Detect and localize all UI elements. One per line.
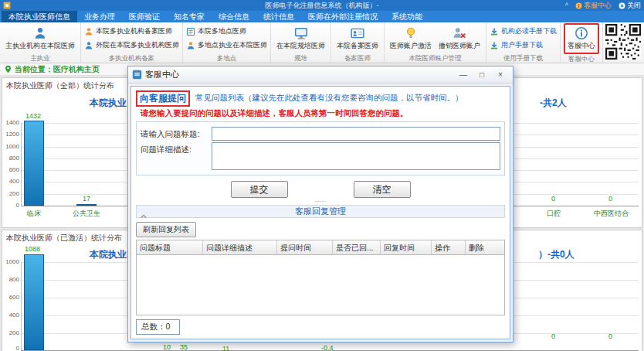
y-tick-label: 600 (2, 294, 19, 302)
tab-external-registration[interactable]: 医师在外部注册情况 (301, 11, 385, 22)
dialog-minimize-button[interactable]: — (455, 69, 472, 80)
question-title-input[interactable] (212, 127, 500, 141)
total-count: 总数：0 (136, 319, 180, 335)
current-location-text: 当前位置：医疗机构主页 (15, 64, 100, 75)
bar-clinical (24, 121, 44, 206)
qr-code (605, 24, 641, 63)
tab-business[interactable]: 业务办理 (77, 11, 122, 22)
clear-button[interactable]: 清空 (354, 181, 411, 198)
ribbon-group-multi-site: 本院多地点医师 多地点执业在本院医师 多地点 (183, 22, 271, 63)
ribbon-group-primary-practice: 主执业机构在本院医师 主执业 (0, 22, 81, 63)
partial-value-label: 10 (163, 343, 171, 351)
y-axis-line (21, 123, 22, 206)
ribbon-group-label: 主执业 (3, 53, 77, 63)
button-primary-practice-physicians[interactable]: 主执业机构在本院医师 (3, 25, 77, 53)
button-hospital-filed-physicians[interactable]: 本院备案医师 (334, 25, 381, 53)
question-desc-textarea[interactable] (212, 142, 500, 170)
y-tick-label: 1400 (2, 119, 19, 127)
ribbon-group-label: 规培 (274, 53, 327, 63)
id-card-icon (351, 26, 364, 40)
button-service-center[interactable]: 客服中心 (564, 23, 599, 54)
button-user-manual-download[interactable]: 用户手册下载 (490, 40, 557, 50)
y-tick-label: 0 (2, 202, 19, 210)
question-desc-label: 问题详细描述: (141, 142, 212, 156)
button-resident-training-physicians[interactable]: 在本院规培医师 (274, 25, 327, 53)
reply-table-body (137, 255, 504, 315)
app-window: 医师电子化注册信息系统（机构版）- ^ 客服中心 关闭 本院执业医师信息 业务办… (0, 0, 644, 351)
titlebar-service-center-button[interactable]: 客服中心 (575, 1, 612, 11)
y-tick-label: 800 (2, 276, 19, 284)
ribbon-group-label: 备案医师 (334, 53, 381, 63)
bar-value-label: 17 (83, 195, 90, 203)
tab-hospital-physician-info[interactable]: 本院执业医师信息 (2, 11, 77, 22)
notice-text: 请您输入要提问的问题以及详细描述，客服人员将第一时间回答您的问题。 (141, 108, 505, 119)
y-axis-line (21, 262, 22, 350)
monitor-icon (294, 26, 308, 40)
bar-clinical (24, 254, 44, 350)
ribbon-group-label: 多地点 (186, 53, 267, 63)
column-header-delete[interactable]: 删除 (466, 240, 504, 254)
close-icon (619, 2, 625, 9)
column-header-question-title[interactable]: 问题标题 (137, 240, 203, 254)
submit-button[interactable]: 提交 (231, 181, 288, 198)
column-header-ask-time[interactable]: 提问时间 (277, 240, 333, 254)
titlebar-close-button[interactable]: 关闭 (619, 1, 641, 11)
collapse-ribbon-icon[interactable]: ^ (565, 2, 568, 9)
y-tick-label: 600 (2, 166, 19, 174)
button-revoke-physician-account[interactable]: 撤销医师账户 (436, 25, 483, 53)
button-institution-manual-download[interactable]: 机构必读手册下载 (490, 26, 557, 36)
reply-management-title: 客服回复管理 (295, 206, 346, 217)
ribbon-group-account-management: 医师账户激活 撤销医师账户 本院医师账户管理 (385, 22, 486, 63)
button-activate-physician-account[interactable]: 医师账户激活 (388, 25, 434, 53)
info-icon (575, 2, 582, 9)
chart-title-left: 本院执业 (90, 97, 127, 110)
person-icon (84, 41, 93, 50)
column-header-question-desc[interactable]: 问题详细描述 (203, 240, 277, 254)
partial-value-label: 35 (180, 343, 188, 351)
y-tick-label: 800 (2, 155, 19, 162)
bar-value-label: 0 (608, 195, 612, 203)
dialog-maximize-button[interactable]: □ (473, 69, 490, 80)
download-icon (490, 41, 499, 50)
info-icon (575, 26, 588, 40)
ribbon-group-training: 在本院规培医师 规培 (271, 22, 331, 63)
faq-list-link[interactable]: 常见问题列表（建议先在此处查看有没有您要咨询的问题，以节省时间。） (195, 93, 463, 104)
dialog-close-button[interactable]: × (492, 69, 509, 80)
tab-general-info[interactable]: 综合信息 (212, 11, 256, 22)
ask-service-link[interactable]: 向客服提问 (136, 90, 190, 107)
bar-value-label: 1432 (25, 112, 41, 120)
x-category-label: 临床 (27, 209, 41, 219)
y-tick-label: 0 (2, 345, 19, 351)
ribbon: 主执业机构在本院医师 主执业 本院多执业机构备案医师 外院在本院多执业机构医师 … (0, 22, 644, 63)
tab-famous-experts[interactable]: 知名专家 (167, 11, 212, 22)
column-header-reply-time[interactable]: 回复时间 (381, 240, 432, 254)
tab-statistics[interactable]: 统计信息 (256, 11, 301, 22)
revoke-user-icon (452, 26, 466, 40)
splitter-handle[interactable]: ····· (136, 199, 505, 204)
dialog-titlebar: 客服中心 — □ × (128, 66, 513, 83)
ribbon-tabbar: 本院执业医师信息 业务办理 医师验证 知名专家 综合信息 统计信息 医师在外部注… (0, 11, 644, 22)
tab-physician-verify[interactable]: 医师验证 (122, 11, 167, 22)
x-category-label: 公共卫生 (73, 209, 100, 219)
column-header-replied[interactable]: 是否已回... (333, 240, 381, 254)
button-multi-institution-filed[interactable]: 本院多执业机构备案医师 (84, 26, 179, 36)
partial-value-label: 0 (551, 332, 555, 340)
button-external-multi-institution[interactable]: 外院在本院多执业机构医师 (84, 40, 179, 50)
tab-system-functions[interactable]: 系统功能 (385, 11, 429, 22)
bar-value-label: 0 (551, 195, 555, 203)
chart-title-right: ）-共0人 (538, 248, 575, 261)
reply-management-header[interactable]: 客服回复管理 (136, 205, 505, 218)
ribbon-group-label: 多执业机构备案 (84, 53, 179, 63)
button-multi-site-in-hospital[interactable]: 多地点执业在本院医师 (186, 40, 267, 50)
partial-value-label: 0 (608, 332, 612, 340)
column-header-action[interactable]: 操作 (432, 240, 466, 254)
ribbon-group-label: 本院医师账户管理 (388, 53, 483, 63)
question-title-label: 请输入问题标题: (141, 127, 212, 141)
physician-icon (33, 26, 47, 40)
y-tick-label: 1000 (2, 143, 19, 151)
list-icon (186, 27, 195, 36)
panel-caption: 本院执业医师（全部）统计分布 (6, 80, 114, 91)
bulb-icon (404, 26, 418, 40)
refresh-reply-list-button[interactable]: 刷新回复列表 (136, 222, 196, 237)
button-hospital-multi-site[interactable]: 本院多地点医师 (186, 26, 267, 36)
